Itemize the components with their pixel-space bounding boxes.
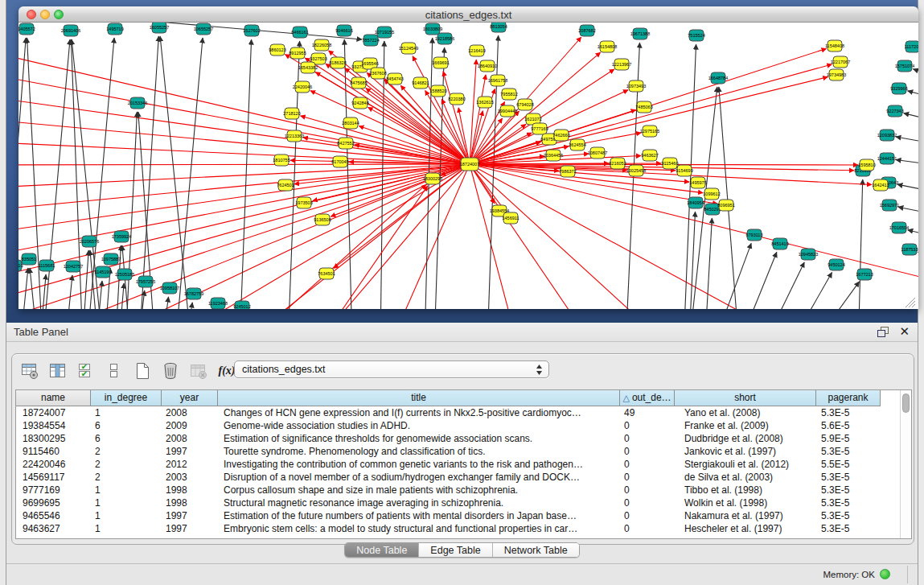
table-row[interactable]: 946554611997Estimation of the future num… bbox=[16, 509, 911, 522]
cell-year[interactable]: 2008 bbox=[162, 432, 218, 445]
cell-name[interactable]: 18300295 bbox=[16, 432, 91, 445]
table-row[interactable]: 2242004622012Investigating the contribut… bbox=[16, 458, 911, 471]
memory-indicator[interactable]: Memory: OK bbox=[823, 569, 890, 579]
cell-name[interactable]: 9777169 bbox=[16, 484, 91, 496]
cell-name[interactable]: 18724007 bbox=[16, 406, 91, 419]
cell-short[interactable]: Dudbridge et al. (2008) bbox=[675, 432, 816, 445]
cell-title[interactable]: Disruption of a novel member of a sodium… bbox=[218, 471, 620, 484]
column-header-in_degree[interactable]: in_degree bbox=[91, 390, 162, 406]
scrollbar-thumb[interactable] bbox=[902, 393, 910, 413]
cell-short[interactable]: Franke et al. (2009) bbox=[675, 419, 816, 432]
cell-in_degree[interactable]: 1 bbox=[91, 509, 162, 522]
column-header-short[interactable]: short bbox=[675, 390, 816, 406]
vertical-scrollbar[interactable] bbox=[900, 390, 911, 538]
column-header-title[interactable]: title bbox=[218, 390, 620, 406]
cell-short[interactable]: Nakamura et al. (1997) bbox=[675, 509, 816, 522]
cell-in_degree[interactable]: 1 bbox=[91, 522, 162, 535]
cell-in_degree[interactable]: 1 bbox=[91, 496, 162, 509]
cell-short[interactable]: Jankovic et al. (1997) bbox=[675, 445, 816, 458]
table-row[interactable]: 1830029562008Estimation of significance … bbox=[16, 432, 911, 445]
close-panel-icon[interactable]: ✕ bbox=[899, 325, 910, 338]
cell-out_de[interactable]: 0 bbox=[620, 419, 675, 432]
column-header-out_de[interactable]: △out_de… bbox=[620, 390, 675, 406]
cell-in_degree[interactable]: 2 bbox=[91, 445, 162, 458]
cell-short[interactable]: Wolkin et al. (1998) bbox=[675, 496, 816, 509]
table-mode-icon[interactable] bbox=[20, 361, 39, 381]
cell-out_de[interactable]: 0 bbox=[620, 471, 675, 484]
cell-short[interactable]: Tibbo et al. (1998) bbox=[675, 484, 816, 496]
cell-year[interactable]: 1997 bbox=[162, 522, 218, 535]
cell-short[interactable]: de Silva et al. (2003) bbox=[675, 471, 816, 484]
cell-pagerank[interactable]: 5.3E-5 bbox=[816, 484, 881, 496]
cell-name[interactable]: 22420046 bbox=[16, 458, 91, 471]
cell-pagerank[interactable]: 5.3E-5 bbox=[816, 471, 881, 484]
cell-year[interactable]: 2008 bbox=[162, 406, 218, 419]
table-selector[interactable]: citations_edges.txt bbox=[234, 360, 549, 378]
cell-year[interactable]: 1998 bbox=[162, 484, 218, 496]
cell-in_degree[interactable]: 2 bbox=[91, 471, 162, 484]
cell-out_de[interactable]: 0 bbox=[620, 445, 675, 458]
column-header-name[interactable]: name bbox=[16, 390, 91, 406]
resize-grip[interactable] bbox=[906, 298, 915, 307]
cell-pagerank[interactable]: 5.6E-5 bbox=[816, 419, 881, 432]
cell-pagerank[interactable]: 5.3E-5 bbox=[816, 445, 881, 458]
column-header-year[interactable]: year bbox=[162, 390, 218, 406]
cell-name[interactable]: 9115460 bbox=[16, 445, 91, 458]
cell-year[interactable]: 1998 bbox=[162, 496, 218, 509]
clear-selection-icon[interactable] bbox=[105, 361, 124, 381]
cell-title[interactable]: Genome-wide association studies in ADHD. bbox=[218, 419, 620, 432]
cell-year[interactable]: 1997 bbox=[162, 509, 218, 522]
cell-out_de[interactable]: 0 bbox=[620, 496, 675, 509]
column-header-pagerank[interactable]: pagerank bbox=[816, 390, 881, 406]
cell-short[interactable]: Hescheler et al. (1997) bbox=[675, 522, 816, 535]
column-visibility-icon[interactable] bbox=[48, 361, 68, 381]
table-row[interactable]: 1872400712008Changes of HCN gene express… bbox=[16, 406, 911, 419]
table-row[interactable]: 1456911722003Disruption of a novel membe… bbox=[16, 471, 911, 484]
delete-table-icon[interactable]: ✕ bbox=[189, 361, 208, 381]
cell-out_de[interactable]: 0 bbox=[620, 522, 675, 535]
table-row[interactable]: 1938455462009Genome-wide association stu… bbox=[16, 419, 911, 432]
cell-year[interactable]: 2003 bbox=[162, 471, 218, 484]
cell-title[interactable]: Changes of HCN gene expression and I(f) … bbox=[218, 406, 620, 419]
table-row[interactable]: 946362711997Embryonic stem cells: a mode… bbox=[16, 522, 911, 535]
cell-name[interactable]: 9699695 bbox=[16, 496, 91, 509]
cell-name[interactable]: 19384554 bbox=[16, 419, 91, 432]
delete-column-icon[interactable] bbox=[161, 361, 180, 381]
float-panel-icon[interactable] bbox=[877, 326, 889, 338]
cell-out_de[interactable]: 0 bbox=[620, 509, 675, 522]
cell-title[interactable]: Structural magnetic resonance image aver… bbox=[218, 496, 620, 509]
select-all-icon[interactable]: ✔✔ bbox=[76, 361, 96, 381]
cell-name[interactable]: 9465546 bbox=[16, 509, 91, 522]
cell-out_de[interactable]: 0 bbox=[620, 458, 675, 471]
cell-short[interactable]: Stergiakouli et al. (2012) bbox=[675, 458, 816, 471]
cell-in_degree[interactable]: 2 bbox=[91, 458, 162, 471]
cell-title[interactable]: Estimation of the future numbers of pati… bbox=[218, 509, 620, 522]
cell-title[interactable]: Estimation of significance thresholds fo… bbox=[218, 432, 620, 445]
cell-name[interactable]: 9463627 bbox=[16, 522, 91, 535]
cell-out_de[interactable]: 0 bbox=[620, 484, 675, 496]
tab-edge-table[interactable]: Edge Table bbox=[419, 543, 492, 557]
cell-year[interactable]: 2009 bbox=[162, 419, 218, 432]
create-column-icon[interactable] bbox=[133, 361, 152, 381]
cell-pagerank[interactable]: 5.9E-5 bbox=[816, 432, 881, 445]
tab-network-table[interactable]: Network Table bbox=[493, 543, 579, 557]
cell-in_degree[interactable]: 6 bbox=[91, 432, 162, 445]
cell-title[interactable]: Embryonic stem cells: a model to study s… bbox=[218, 522, 620, 535]
cell-out_de[interactable]: 49 bbox=[620, 406, 675, 419]
tab-node-table[interactable]: Node Table bbox=[345, 543, 419, 557]
table-row[interactable]: 977716911998Corpus callosum shape and si… bbox=[16, 484, 911, 496]
table-row[interactable]: 969969511998Structural magnetic resonanc… bbox=[16, 496, 911, 509]
cell-pagerank[interactable]: 5.5E-5 bbox=[816, 458, 881, 471]
cell-in_degree[interactable]: 1 bbox=[91, 406, 162, 419]
cell-title[interactable]: Tourette syndrome. Phenomenology and cla… bbox=[218, 445, 620, 458]
cell-year[interactable]: 1997 bbox=[162, 445, 218, 458]
table-row[interactable]: 911546021997Tourette syndrome. Phenomeno… bbox=[16, 445, 911, 458]
cell-pagerank[interactable]: 5.3E-5 bbox=[816, 496, 881, 509]
cell-short[interactable]: Yano et al. (2008) bbox=[675, 406, 816, 419]
network-canvas[interactable]: 1405572206914061495719160552571065525715… bbox=[18, 23, 918, 309]
cell-in_degree[interactable]: 6 bbox=[91, 419, 162, 432]
cell-year[interactable]: 2012 bbox=[162, 458, 218, 471]
cell-title[interactable]: Investigating the contribution of common… bbox=[218, 458, 620, 471]
cell-title[interactable]: Corpus callosum shape and size in male p… bbox=[218, 484, 620, 496]
cell-pagerank[interactable]: 5.3E-5 bbox=[816, 406, 881, 419]
